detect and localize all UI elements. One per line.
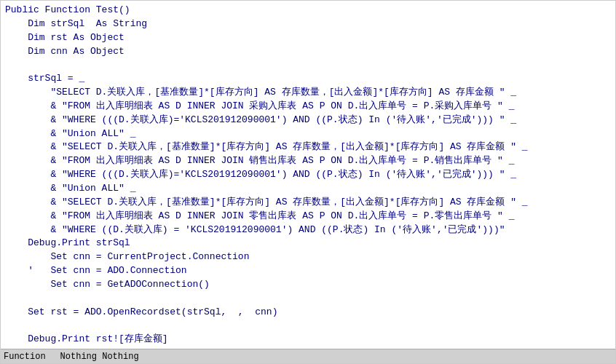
code-line: strSql = _ xyxy=(5,72,611,86)
code-editor: Public Function Test() Dim strSql As Str… xyxy=(0,0,616,364)
code-line: Public Function Test() xyxy=(5,4,611,17)
code-line: & "Union ALL" _ xyxy=(5,127,611,141)
code-line: & "SELECT D.关联入库，[基准数量]*[库存方向] AS 存库数量，[… xyxy=(5,141,611,154)
code-line: Set cnn = GetADOConnection() xyxy=(5,278,611,292)
code-line: & "WHERE (((D.关联入库)='KCLS201912090001') … xyxy=(5,168,611,182)
status-bar: Function Nothing Nothing xyxy=(1,349,615,363)
code-line: Debug.Print rst![存库金额] xyxy=(5,333,611,347)
code-line: & "SELECT D.关联入库，[基准数量]*[库存方向] AS 存库数量，[… xyxy=(5,196,611,210)
code-line: Set rst = ADO.OpenRecordset(strSql, , cn… xyxy=(5,306,611,320)
code-line: Dim strSql As String xyxy=(5,17,611,31)
function-status: Function xyxy=(4,352,46,362)
code-line: Set cnn = CurrentProject.Connection xyxy=(5,250,611,264)
code-line: Dim rst As Object xyxy=(5,31,611,45)
code-line: & "WHERE (((D.关联入库)='KCLS201912090001') … xyxy=(5,114,611,127)
code-line: "SELECT D.关联入库，[基准数量]*[库存方向] AS 存库数量，[出入… xyxy=(5,86,611,100)
code-line: & "FROM 出入库明细表 AS D INNER JOIN 零售出库表 AS … xyxy=(5,210,611,223)
code-line: & "FROM 出入库明细表 AS D INNER JOIN 销售出库表 AS … xyxy=(5,154,611,168)
code-line: ' Set cnn = ADO.Connection xyxy=(5,264,611,278)
code-line: & "WHERE ((D.关联入库) = 'KCLS201912090001')… xyxy=(5,223,611,237)
nothing-nothing-status: Nothing Nothing xyxy=(60,352,139,362)
code-line: Dim cnn As Object xyxy=(5,45,611,59)
code-line: & "FROM 出入库明细表 AS D INNER JOIN 采购入库表 AS … xyxy=(5,100,611,114)
code-line xyxy=(5,292,611,306)
code-line xyxy=(5,58,611,72)
code-line xyxy=(5,319,611,333)
code-line: & "Union ALL" _ xyxy=(5,182,611,196)
code-content: Public Function Test() Dim strSql As Str… xyxy=(1,1,615,364)
code-line: Debug.Print strSql xyxy=(5,237,611,250)
